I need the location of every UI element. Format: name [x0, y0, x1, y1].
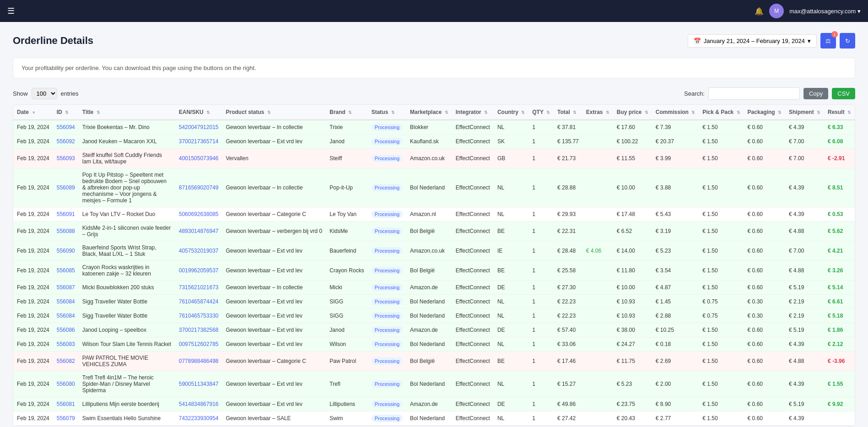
cell-title: Steiff knuffel Soft Cuddly Friends lam L…: [79, 149, 175, 168]
cell-id[interactable]: 556091: [53, 207, 79, 222]
cell-status: Processing: [368, 149, 406, 168]
cell-ean[interactable]: 5414834867916: [175, 397, 222, 411]
cell-product-status: Gewoon leverbaar – Ext vrd lev: [222, 135, 326, 149]
cell-result: € 4.21: [824, 241, 855, 261]
cell-date: Feb 19, 2024: [13, 351, 53, 371]
cell-ean[interactable]: 3700217365714: [175, 135, 222, 149]
col-brand[interactable]: Brand ⇅: [326, 105, 367, 120]
cell-qty: 1: [528, 281, 554, 295]
copy-button[interactable]: Copy: [803, 88, 828, 99]
cell-ean[interactable]: 7610465874424: [175, 295, 222, 309]
cell-integrator: EffectConnect: [452, 337, 494, 351]
cell-result: € 1.55: [824, 371, 855, 397]
cell-packaging: € 0.60: [744, 351, 785, 371]
col-id[interactable]: ID ⇅: [53, 105, 79, 120]
col-ean[interactable]: EAN/SKU ⇅: [175, 105, 222, 120]
cell-ean[interactable]: 7315621021673: [175, 281, 222, 295]
hamburger-icon[interactable]: ☰: [7, 6, 15, 16]
cell-pick-pack: € 1.50: [699, 149, 744, 168]
cell-marketplace: Amazon.de: [406, 281, 452, 295]
table-row: Feb 19, 2024 556089 Pop It Up Pitstop – …: [13, 168, 855, 207]
cell-pick-pack: € 1.50: [699, 207, 744, 222]
search-input[interactable]: [708, 87, 800, 100]
cell-id[interactable]: 556080: [53, 371, 79, 397]
csv-button[interactable]: CSV: [832, 88, 855, 99]
cell-ean[interactable]: 0019962059537: [175, 261, 222, 281]
cell-id[interactable]: 556084: [53, 295, 79, 309]
cell-id[interactable]: 556092: [53, 135, 79, 149]
status-badge: Processing: [372, 357, 403, 365]
cell-ean[interactable]: 4893014876947: [175, 222, 222, 241]
cell-extras: [582, 397, 613, 411]
cell-id[interactable]: 556088: [53, 222, 79, 241]
col-status[interactable]: Status ⇅: [368, 105, 406, 120]
cell-qty: 1: [528, 295, 554, 309]
cell-ean[interactable]: 3700217382568: [175, 323, 222, 337]
cell-integrator: EffectConnect: [452, 149, 494, 168]
cell-title: Lilliputiens Mijn eerste boerderij: [79, 397, 175, 411]
info-text: Your profitability per orderline. You ca…: [22, 65, 256, 71]
user-name[interactable]: max@attalosagency.com ▾: [789, 8, 861, 15]
cell-brand: Crayon Rocks: [326, 261, 367, 281]
col-packaging[interactable]: Packaging ⇅: [744, 105, 785, 120]
cell-ean[interactable]: 5900511343847: [175, 371, 222, 397]
cell-id[interactable]: 556093: [53, 149, 79, 168]
cell-id[interactable]: 556090: [53, 241, 79, 261]
cell-id[interactable]: 556086: [53, 323, 79, 337]
cell-total: € 37.81: [554, 120, 582, 135]
cell-result: € -2.91: [824, 149, 855, 168]
cell-result: € -3.96: [824, 351, 855, 371]
cell-id[interactable]: 556081: [53, 397, 79, 411]
page-title: Orderline Details: [13, 35, 93, 47]
cell-ean[interactable]: 5420047912015: [175, 120, 222, 135]
cell-ean[interactable]: 0778988486498: [175, 351, 222, 371]
cell-ean[interactable]: 4001505073946: [175, 149, 222, 168]
col-extras[interactable]: Extras ⇅: [582, 105, 613, 120]
refresh-button[interactable]: ↻: [840, 33, 855, 49]
cell-ean[interactable]: 7432233930954: [175, 411, 222, 426]
cell-ean[interactable]: 5060692638085: [175, 207, 222, 222]
col-total[interactable]: Total ⇅: [554, 105, 582, 120]
cell-buy-price: € 14.00: [613, 241, 652, 261]
col-title[interactable]: Title ⇅: [79, 105, 175, 120]
col-shipment[interactable]: Shipment ⇅: [785, 105, 824, 120]
cell-id[interactable]: 556082: [53, 351, 79, 371]
table-row: Feb 19, 2024 556094 Trixie Boekentas – M…: [13, 120, 855, 135]
col-marketplace[interactable]: Marketplace ⇅: [406, 105, 452, 120]
cell-id[interactable]: 556087: [53, 281, 79, 295]
sort-icon: ⇅: [778, 110, 782, 115]
col-country[interactable]: Country ⇅: [494, 105, 528, 120]
col-result[interactable]: Result ⇅: [824, 105, 855, 120]
cell-id[interactable]: 556089: [53, 168, 79, 207]
cell-ean[interactable]: 0097512602785: [175, 337, 222, 351]
table-row: Feb 19, 2024 556093 Steiff knuffel Soft …: [13, 149, 855, 168]
col-product-status[interactable]: Product status ⇅: [222, 105, 326, 120]
cell-id[interactable]: 556083: [53, 337, 79, 351]
date-range-button[interactable]: 📅 January 21, 2024 – February 19, 2024 ▾: [688, 34, 817, 48]
cell-id[interactable]: 556079: [53, 411, 79, 426]
sort-icon: ⇅: [606, 110, 609, 115]
cell-marketplace: Bol België: [406, 351, 452, 371]
cell-extras: [582, 168, 613, 207]
cell-ean[interactable]: 8716569020749: [175, 168, 222, 207]
col-pick-pack[interactable]: Pick & Pack ⇅: [699, 105, 744, 120]
cell-buy-price: € 11.75: [613, 351, 652, 371]
col-date[interactable]: Date ▼: [13, 105, 53, 120]
cell-id[interactable]: 556085: [53, 261, 79, 281]
cell-product-status: Gewoon leverbaar – Ext vrd lev: [222, 371, 326, 397]
cell-ean[interactable]: 7610465753330: [175, 309, 222, 323]
cell-id[interactable]: 556094: [53, 120, 79, 135]
entries-select[interactable]: 100 25 50 200: [32, 88, 57, 99]
cell-shipment: € 4.39: [785, 371, 824, 397]
filter-button[interactable]: ⚖ 1: [820, 33, 836, 49]
cell-commission: € 8.90: [652, 397, 699, 411]
cell-ean[interactable]: 4057532019037: [175, 241, 222, 261]
col-qty[interactable]: QTY ⇅: [528, 105, 554, 120]
status-badge: Processing: [372, 284, 403, 291]
cell-pick-pack: € 1.50: [699, 168, 744, 207]
col-buy-price[interactable]: Buy price ⇅: [613, 105, 652, 120]
page-header: Orderline Details 📅 January 21, 2024 – F…: [13, 33, 855, 49]
col-integrator[interactable]: Integrator ⇅: [452, 105, 494, 120]
col-commission[interactable]: Commission ⇅: [652, 105, 699, 120]
cell-id[interactable]: 556084: [53, 309, 79, 323]
